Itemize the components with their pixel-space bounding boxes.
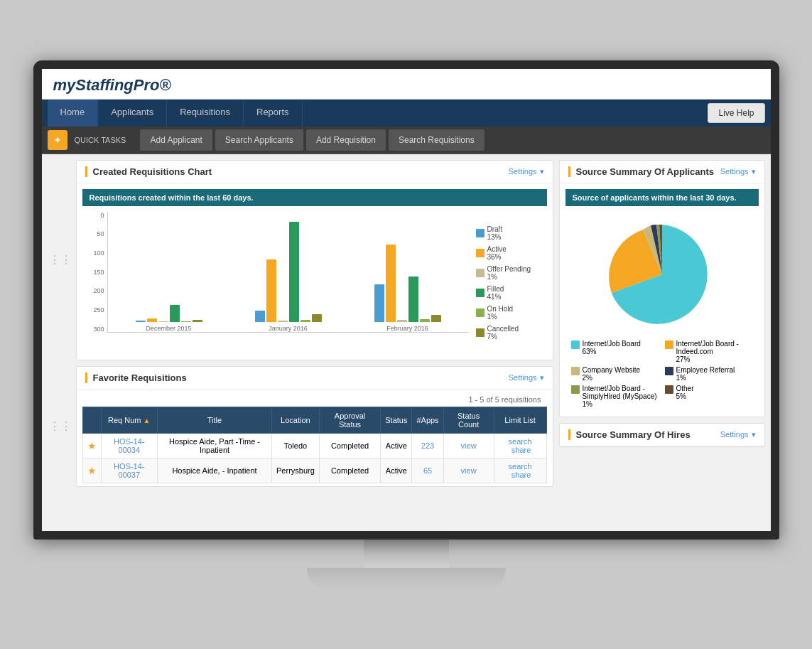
chart-widget-header: Created Requisitions Chart Settings ▾ <box>77 161 553 183</box>
legend-color-draft <box>476 229 485 237</box>
search-requisitions-button[interactable]: Search Requisitions <box>389 129 485 151</box>
bar-cancelled-dec <box>193 320 202 322</box>
share-link-1[interactable]: share <box>511 446 531 454</box>
search-link-1[interactable]: search <box>509 437 532 446</box>
star-cell-2: ★ <box>82 458 101 483</box>
nav-item-home[interactable]: Home <box>48 100 99 127</box>
pie-legend-color-referral <box>665 367 673 375</box>
top-bar: myStaffingPro® <box>42 69 771 100</box>
legend-color-onhold <box>476 309 485 317</box>
source-summary-body: Source of applicants within the last 30 … <box>560 183 764 417</box>
source-summary-header: Source Summary Of Applicants Settings ▾ <box>560 161 764 183</box>
bar-active-dec <box>147 318 157 322</box>
status-cell-2: Active <box>381 458 412 483</box>
star-icon-2[interactable]: ★ <box>87 465 97 476</box>
th-status: Status <box>381 407 412 433</box>
pie-chart-area <box>565 212 759 337</box>
fav-req-drag-handle[interactable]: ⋮⋮ <box>48 366 73 487</box>
nav-bar: Home Applicants Requisitions Reports Liv… <box>42 100 771 127</box>
req-num-link-1[interactable]: HOS-14-00034 <box>114 437 144 454</box>
search-applicants-button[interactable]: Search Applicants <box>215 129 303 151</box>
legend-active: Active36% <box>476 245 540 261</box>
created-requisitions-chart-widget: Created Requisitions Chart Settings ▾ Re… <box>76 160 553 360</box>
source-summary-settings[interactable]: Settings ▾ <box>720 167 756 176</box>
chart-widget-body: Requisitions created within the last 60 … <box>77 183 553 360</box>
chart-widget-row: ⋮⋮ Created Requisitions Chart Settings ▾ <box>48 160 553 360</box>
th-title: Title <box>157 407 271 433</box>
nav-item-applicants[interactable]: Applicants <box>98 100 167 127</box>
bar-draft-dec <box>136 321 146 322</box>
nav-items: Home Applicants Requisitions Reports <box>48 100 303 127</box>
apps-link-1[interactable]: 223 <box>421 441 434 450</box>
req-table: Req Num ▲ Title Location Approval Status… <box>82 407 547 483</box>
legend-color-active <box>476 249 485 257</box>
chart-groups: December 2015 <box>107 212 469 333</box>
title-cell-2: Hospice Aide, - Inpatient <box>157 458 271 483</box>
bar-cancelled-feb <box>431 315 441 322</box>
chart-widget-title: Created Requisitions Chart <box>85 166 212 177</box>
apps-link-2[interactable]: 65 <box>423 466 432 475</box>
req-num-cell-1: HOS-14-00034 <box>101 433 157 458</box>
pagination-info: 1 - 5 of 5 requisitions <box>82 392 547 407</box>
bar-offer-dec <box>158 321 168 322</box>
chart-bars-jan <box>255 208 322 322</box>
chart-drag-handle[interactable]: ⋮⋮ <box>48 160 73 360</box>
pie-legend-company: Company Website2% <box>571 366 659 382</box>
y-axis: 300 250 200 150 100 50 0 <box>82 212 107 333</box>
share-link-2[interactable]: share <box>511 471 531 479</box>
search-cell-1: search share <box>494 433 546 458</box>
bar-filled-feb <box>408 277 418 322</box>
legend-draft: Draft13% <box>476 225 540 241</box>
th-limit-list: Limit List <box>494 407 546 433</box>
source-hires-settings[interactable]: Settings ▾ <box>720 430 756 439</box>
bar-active-jan <box>266 259 276 322</box>
location-cell-2: Perrysburg <box>272 458 320 483</box>
chart-settings-button[interactable]: Settings ▾ <box>509 167 544 176</box>
approval-cell-2: Completed <box>319 458 380 483</box>
quick-tasks-label: QUICK TASKS <box>70 130 131 150</box>
nav-item-requisitions[interactable]: Requisitions <box>167 100 244 127</box>
view-link-2[interactable]: view <box>461 466 477 475</box>
search-link-2[interactable]: search <box>509 462 532 471</box>
pie-legend-job-board: Internet/Job Board63% <box>571 340 659 363</box>
live-help-button[interactable]: Live Help <box>708 103 764 123</box>
th-apps: #Apps <box>412 407 443 433</box>
app: myStaffingPro® Home Applicants Requisiti… <box>42 69 771 531</box>
fav-req-header: Favorite Requisitions Settings ▾ <box>77 367 553 390</box>
legend-cancelled: Cancelled7% <box>476 325 540 340</box>
bar-draft-jan <box>255 311 265 322</box>
title-cell-1: Hospice Aide, Part -Time -Inpatient <box>157 433 271 458</box>
add-applicant-button[interactable]: Add Applicant <box>140 129 212 151</box>
bar-draft-feb <box>374 284 384 322</box>
chart-and-legend: 300 250 200 150 100 50 0 <box>82 212 547 354</box>
fav-req-body: 1 - 5 of 5 requisitions Req Num ▲ Title … <box>77 390 553 486</box>
bar-offer-jan <box>278 321 288 322</box>
pie-legend-color-indeed <box>665 340 673 349</box>
sort-arrow: ▲ <box>144 417 151 424</box>
monitor-stand-neck <box>364 540 449 568</box>
bar-filled-dec <box>170 305 180 322</box>
add-requisition-button[interactable]: Add Requisition <box>306 129 386 151</box>
fav-req-settings[interactable]: Settings ▾ <box>509 373 544 382</box>
bar-offer-feb <box>397 320 407 322</box>
legend-color-filled <box>476 289 485 297</box>
pie-legend-color-company <box>571 367 580 375</box>
chart-bars-dec <box>136 208 202 322</box>
legend-color-offer <box>476 269 485 277</box>
table-row: ★ HOS-14-00037 Hospice Aide, - Inpatient… <box>82 458 546 483</box>
legend-filled: Filled41% <box>476 285 540 301</box>
bar-chart-container: 300 250 200 150 100 50 0 <box>82 212 469 354</box>
left-panel: ⋮⋮ Created Requisitions Chart Settings ▾ <box>48 160 553 525</box>
nav-item-reports[interactable]: Reports <box>244 100 303 127</box>
view-link-1[interactable]: view <box>461 441 477 450</box>
chart-legend: Draft13% Active36% Offer P <box>469 212 547 354</box>
chart-group-dec: December 2015 <box>115 208 223 332</box>
table-header-row: Req Num ▲ Title Location Approval Status… <box>82 407 546 433</box>
monitor-stand-base <box>307 568 506 589</box>
legend-color-cancelled <box>476 328 485 337</box>
monitor-screen: myStaffingPro® Home Applicants Requisiti… <box>33 60 779 540</box>
quick-tasks-bar: ✦ QUICK TASKS Add Applicant Search Appli… <box>42 127 771 154</box>
req-num-link-2[interactable]: HOS-14-00037 <box>114 462 144 479</box>
approval-cell-1: Completed <box>319 433 380 458</box>
star-icon-1[interactable]: ★ <box>87 440 97 451</box>
